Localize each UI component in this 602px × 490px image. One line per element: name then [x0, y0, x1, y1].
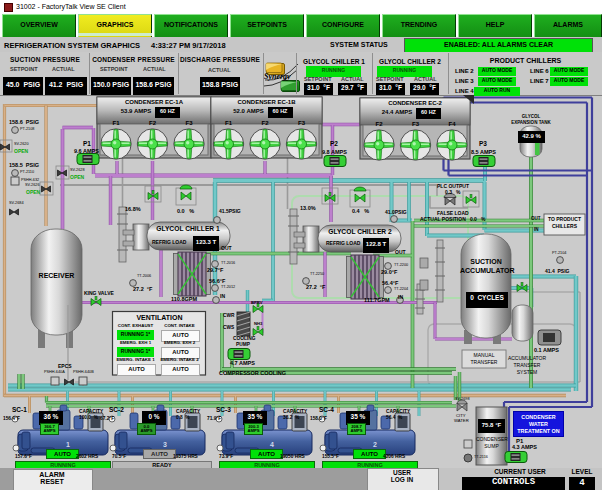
svg-text:4: 4	[270, 441, 274, 448]
svg-text:2: 2	[373, 441, 377, 448]
svg-text:1: 1	[66, 441, 70, 448]
svg-text:3: 3	[163, 441, 167, 448]
